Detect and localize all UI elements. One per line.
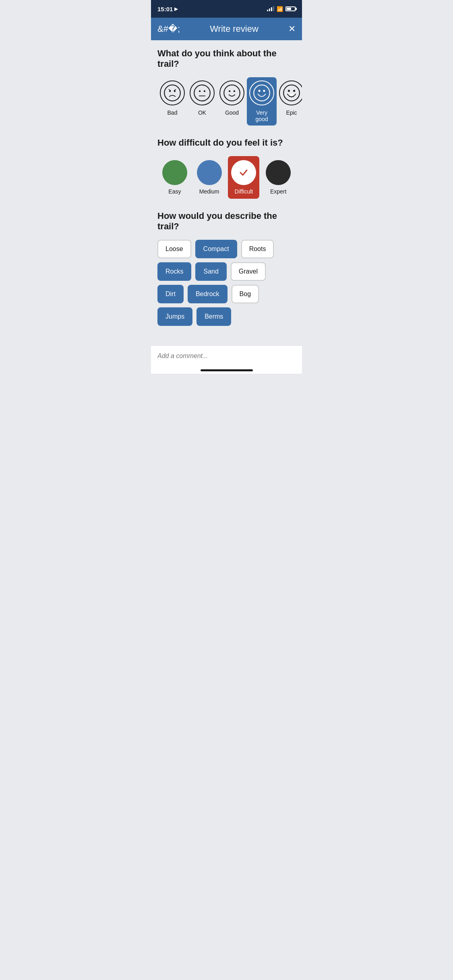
- svg-point-0: [164, 85, 180, 101]
- comment-input[interactable]: [157, 352, 296, 360]
- tag-jumps[interactable]: Jumps: [157, 307, 192, 326]
- rating-good[interactable]: Good: [217, 77, 247, 119]
- rating-options: Bad OK: [157, 77, 296, 126]
- svg-point-9: [234, 90, 235, 92]
- difficulty-expert[interactable]: Expert: [261, 156, 296, 199]
- tag-bog[interactable]: Bog: [232, 285, 259, 303]
- svg-point-3: [194, 85, 210, 101]
- difficulty-question: How difficult do you feel it is?: [157, 138, 296, 148]
- status-time: 15:01 ▶: [157, 6, 178, 12]
- location-icon: ▶: [174, 6, 178, 12]
- comment-section: [151, 346, 302, 366]
- signal-icon: [267, 6, 274, 11]
- tag-sand[interactable]: Sand: [195, 262, 226, 281]
- tag-roots[interactable]: Roots: [241, 240, 274, 258]
- rating-epic[interactable]: Epic: [277, 77, 302, 119]
- wifi-icon: 📶: [277, 6, 283, 12]
- tag-loose[interactable]: Loose: [157, 240, 191, 258]
- description-section: How would you describe the trail? Loose …: [157, 211, 296, 326]
- tag-bedrock[interactable]: Bedrock: [188, 285, 228, 303]
- home-indicator: [151, 366, 302, 374]
- medium-label: Medium: [199, 188, 219, 195]
- expert-circle-icon: [266, 160, 291, 185]
- very-good-label: Verygood: [255, 109, 268, 122]
- rating-bad[interactable]: Bad: [157, 77, 187, 119]
- difficulty-medium[interactable]: Medium: [192, 156, 227, 199]
- difficult-circle-icon: [231, 160, 256, 185]
- easy-circle-icon: [162, 160, 187, 185]
- difficulty-options: Easy Medium: [157, 156, 296, 199]
- ok-face-icon: [190, 80, 215, 105]
- battery-icon: [285, 6, 296, 11]
- svg-point-12: [263, 90, 265, 92]
- status-bar: 15:01 ▶ 📶: [151, 0, 302, 18]
- svg-point-5: [204, 90, 205, 92]
- good-face-icon: [219, 80, 244, 105]
- difficulty-difficult[interactable]: Difficult: [227, 156, 261, 199]
- difficulty-section: How difficult do you feel it is? Easy Me…: [157, 138, 296, 199]
- rating-ok[interactable]: OK: [187, 77, 217, 119]
- tag-berms[interactable]: Berms: [197, 307, 231, 326]
- tags-grid: Loose Compact Roots Rocks Sand Gravel Di…: [157, 240, 296, 326]
- tag-compact[interactable]: Compact: [195, 240, 237, 258]
- epic-face-icon: [279, 80, 302, 105]
- tag-dirt[interactable]: Dirt: [157, 285, 184, 303]
- header-title: Write review: [210, 24, 259, 34]
- epic-label: Epic: [286, 109, 297, 116]
- svg-point-15: [293, 90, 295, 92]
- home-bar: [201, 369, 253, 371]
- svg-point-8: [229, 90, 230, 92]
- ok-label: OK: [198, 109, 206, 116]
- difficulty-easy[interactable]: Easy: [157, 156, 192, 199]
- bad-label: Bad: [168, 109, 178, 116]
- svg-point-10: [254, 85, 270, 101]
- svg-point-14: [288, 90, 290, 92]
- rating-question: What do you think about the trail?: [157, 48, 296, 69]
- svg-point-19: [238, 167, 249, 178]
- svg-point-4: [199, 90, 201, 92]
- close-button[interactable]: ✕: [285, 21, 299, 37]
- svg-point-7: [224, 85, 240, 101]
- bad-face-icon: [160, 80, 185, 105]
- easy-label: Easy: [168, 188, 181, 195]
- difficult-label: Difficult: [235, 188, 253, 195]
- rating-very-good[interactable]: Verygood: [247, 77, 277, 126]
- description-question: How would you describe the trail?: [157, 211, 296, 232]
- good-label: Good: [225, 109, 239, 116]
- tag-rocks[interactable]: Rocks: [157, 262, 191, 281]
- main-content: What do you think about the trail?: [151, 40, 302, 342]
- svg-point-11: [259, 90, 261, 92]
- rating-section: What do you think about the trail?: [157, 48, 296, 126]
- tag-gravel[interactable]: Gravel: [231, 262, 266, 281]
- very-good-face-icon: [249, 80, 274, 105]
- status-icons: 📶: [267, 6, 296, 12]
- expert-label: Expert: [270, 188, 286, 195]
- svg-point-13: [283, 85, 300, 101]
- medium-circle-icon: [197, 160, 222, 185]
- header: &#�; Write review ✕: [151, 18, 302, 40]
- back-button[interactable]: &#�;: [154, 21, 183, 37]
